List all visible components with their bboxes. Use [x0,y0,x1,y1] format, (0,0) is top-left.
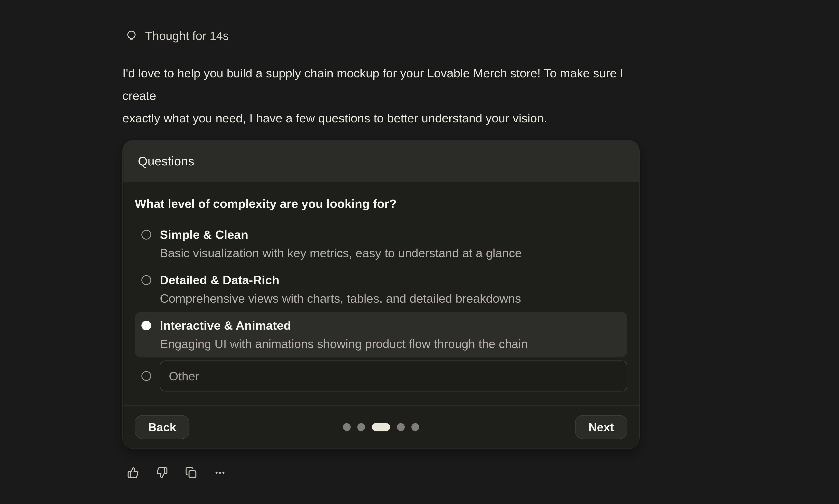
assistant-message: I'd love to help you build a supply chai… [122,62,641,129]
more-icon [214,467,226,479]
option-simple-clean[interactable]: Simple & CleanBasic visualization with k… [135,221,627,267]
card-body: What level of complexity are you looking… [123,182,640,405]
thumbs-down-icon [156,467,168,479]
back-button[interactable]: Back [135,415,189,439]
option-text: Simple & CleanBasic visualization with k… [160,226,522,262]
radio-selected-icon [141,321,151,330]
radio-unselected-icon [141,275,151,285]
radio-unselected-icon [141,230,151,239]
pagination-dot-active [372,423,390,431]
option-text: Detailed & Data-RichComprehensive views … [160,271,521,308]
option-title: Simple & Clean [160,226,522,244]
pagination-dots [343,423,419,431]
message-actions [122,467,641,479]
lightbulb-icon [125,30,138,42]
pagination-dot [397,423,405,431]
options-list: Simple & CleanBasic visualization with k… [135,221,627,357]
option-interactive-animated[interactable]: Interactive & AnimatedEngaging UI with a… [135,312,627,357]
message-line-2: exactly what you need, I have a few ques… [122,107,641,129]
thought-summary[interactable]: Thought for 14s [125,29,641,43]
other-input[interactable] [160,361,627,392]
copy-icon [185,467,197,479]
pagination-dot [357,423,365,431]
card-title: Questions [138,154,194,168]
option-description: Basic visualization with key metrics, ea… [160,244,522,262]
card-footer: Back Next [123,405,640,449]
thought-label: Thought for 14s [145,29,229,43]
option-other [135,361,627,392]
question-text: What level of complexity are you looking… [135,195,627,213]
pagination-dot [343,423,351,431]
thumbs-down-button[interactable] [156,467,168,479]
option-description: Comprehensive views with charts, tables,… [160,289,521,308]
option-title: Interactive & Animated [160,316,528,335]
copy-button[interactable] [185,467,197,479]
option-description: Engaging UI with animations showing prod… [160,335,528,353]
thumbs-up-button[interactable] [127,467,139,479]
option-text: Interactive & AnimatedEngaging UI with a… [160,316,528,353]
thumbs-up-icon [127,467,139,479]
questions-card: Questions What level of complexity are y… [122,140,640,449]
pagination-dot [412,423,419,431]
radio-unselected-icon[interactable] [141,371,151,381]
message-line-1: I'd love to help you build a supply chai… [122,62,641,107]
card-header: Questions [123,140,640,182]
next-button[interactable]: Next [575,415,627,439]
chat-message-column: Thought for 14s I'd love to help you bui… [122,0,641,479]
option-title: Detailed & Data-Rich [160,271,521,289]
more-button[interactable] [214,467,226,479]
option-detailed-data-rich[interactable]: Detailed & Data-RichComprehensive views … [135,267,627,312]
